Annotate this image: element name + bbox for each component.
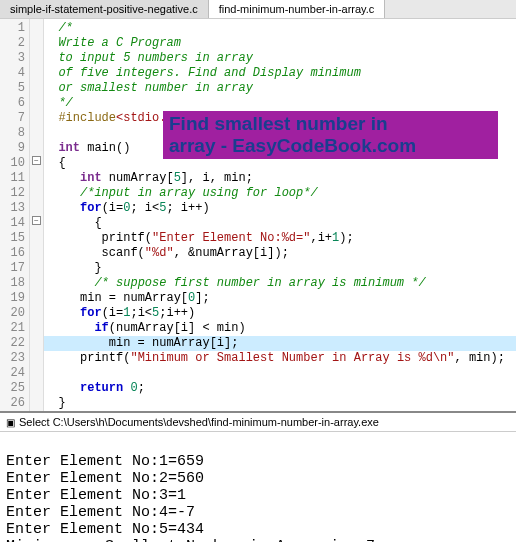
code-editor[interactable]: 1234567891011121314151617181920212223242…	[0, 19, 516, 411]
watermark-overlay: Find smallest number in array - EasyCode…	[163, 111, 498, 159]
line-gutter: 1234567891011121314151617181920212223242…	[0, 19, 30, 411]
console-line: Enter Element No:5=434	[6, 521, 204, 538]
preprocessor: #include	[58, 111, 116, 125]
fold-toggle-icon[interactable]: −	[32, 216, 41, 225]
console-line: Enter Element No:2=560	[6, 470, 204, 487]
comment: /* suppose first number in array is mini…	[94, 276, 425, 290]
fold-column: − −	[30, 19, 44, 411]
highlighted-line: min = numArray[i];	[109, 336, 239, 350]
keyword: for	[80, 306, 102, 320]
console-line: Enter Element No:3=1	[6, 487, 186, 504]
string: "%d"	[145, 246, 174, 260]
comment: to input 5 numbers in array	[58, 51, 252, 65]
fold-toggle-icon[interactable]: −	[32, 156, 41, 165]
console-line: Minimum or Smallest Number in Array is -…	[6, 538, 375, 542]
comment: */	[58, 96, 72, 110]
console-line: Enter Element No:1=659	[6, 453, 204, 470]
console-icon: ▣	[6, 417, 15, 428]
keyword: int	[58, 141, 80, 155]
comment: /*input in array using for loop*/	[80, 186, 318, 200]
console-title-text: Select C:\Users\h\Documents\devshed\find…	[19, 416, 379, 428]
tab-active[interactable]: find-minimum-number-in-array.c	[209, 0, 386, 18]
comment: /*	[58, 21, 72, 35]
tab-bar: simple-if-statement-positive-negative.c …	[0, 0, 516, 19]
console-output[interactable]: Enter Element No:1=659 Enter Element No:…	[0, 432, 516, 542]
string: "Enter Element No:%d="	[152, 231, 310, 245]
comment: of five integers. Find and Display minim…	[58, 66, 360, 80]
keyword: int	[80, 171, 102, 185]
comment: or smallest number in array	[58, 81, 252, 95]
code-area[interactable]: /* Write a C Program to input 5 numbers …	[44, 19, 516, 411]
keyword: for	[80, 201, 102, 215]
console-title-bar[interactable]: ▣ Select C:\Users\h\Documents\devshed\fi…	[0, 411, 516, 432]
string: "Minimum or Smallest Number in Array is …	[130, 351, 454, 365]
keyword: return	[80, 381, 123, 395]
console-line: Enter Element No:4=-7	[6, 504, 195, 521]
keyword: if	[94, 321, 108, 335]
tab-inactive[interactable]: simple-if-statement-positive-negative.c	[0, 0, 209, 18]
comment: Write a C Program	[58, 36, 180, 50]
